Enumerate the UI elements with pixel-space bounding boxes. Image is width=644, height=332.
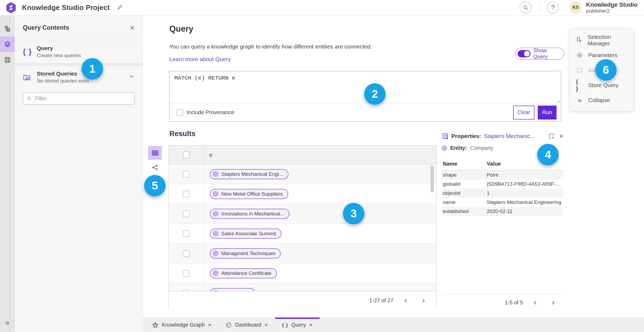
row-checkbox[interactable] [183,171,189,177]
rail-item-layers[interactable] [0,36,15,52]
entity-pill-label: Managment Techniques [221,251,275,256]
graph-icon [152,164,159,171]
user-name: Knowledge Studio [586,1,638,8]
entity-pill[interactable]: Attendance Certificate [210,268,277,278]
edit-title-icon[interactable] [117,4,123,11]
entity-label: Entity: [450,145,467,151]
help-button[interactable]: ? [547,2,559,13]
close-tab-icon[interactable]: × [208,322,211,328]
graph-view-button[interactable] [148,160,162,175]
filter-field [23,92,134,105]
gear-icon [576,52,583,59]
rail-item-hierarchy[interactable] [0,21,15,36]
table-view-button[interactable] [148,146,162,160]
entity-pill[interactable]: Sales Associate Summit [210,229,281,239]
tab-knowledge-graph[interactable]: Knowledge Graph × [145,318,218,332]
properties-header: Properties: Staplers Mechanic... × [442,133,563,140]
entity-pill[interactable]: Managment Techniques [210,248,281,259]
results-next-page-button[interactable] [418,295,429,306]
tab-label: Knowledge Graph [162,322,205,328]
add-selection-icon[interactable] [548,133,555,140]
menu-item-collapse[interactable]: » Collapse [570,93,633,108]
main-content: Query You can query a knowledge graph to… [143,16,644,318]
tab-label: Query [291,322,306,328]
properties-entity-link[interactable]: Staplers Mechanic... [484,133,535,139]
properties-page-label: 1-5 of 5 [505,300,523,306]
annotation-badge-2: 2 [364,83,386,105]
results-view-toggle [148,146,162,175]
knowledge-studio-app: Knowledge Studio Project ? KS Knowledge … [0,0,644,332]
expand-panel-icon[interactable]: » [0,313,15,332]
collapse-icon: » [578,97,581,104]
row-checkbox[interactable] [183,270,189,277]
chevron-right-icon [421,298,426,303]
rail-item-save[interactable] [0,52,15,68]
table-row[interactable]: Staplers Mechanical Engi... [169,164,436,184]
row-checkbox[interactable] [183,211,189,217]
select-all-checkbox[interactable] [183,152,189,158]
property-row: name Staplers Mechanical Engineering [442,198,563,207]
include-provenance-label: Include Provenance [187,109,234,115]
tab-dashboard[interactable]: Dashboard × [218,318,275,332]
row-checkbox[interactable] [183,290,189,292]
tab-query[interactable]: { } Query × [275,318,320,332]
table-row[interactable]: Sales Associate Summit [169,224,436,244]
include-provenance-checkbox[interactable] [177,109,183,116]
layers-icon [4,40,11,48]
search-button[interactable] [520,2,532,13]
clear-button[interactable]: Clear [513,106,535,120]
table-row[interactable]: Attendance Certificate [169,263,436,283]
project-title: Knowledge Studio Project [22,3,110,12]
menu-item-store-query[interactable]: { } Store Query [570,78,633,93]
property-name: established [442,208,487,214]
results-title: Results [169,130,196,138]
table-row[interactable]: Innovations in Mechanical... [169,204,436,224]
entity-dot-icon [213,171,218,177]
stored-queries-item[interactable]: Stored Queries No stored queries exist [15,66,142,89]
table-row[interactable]: New Metal Office Suppliers [169,184,436,204]
results-scrollbar-thumb[interactable] [430,166,434,192]
entity-pill-label: Staplers Mechanical Engi... [221,171,283,177]
table-row[interactable]: Managment Techniques [169,244,436,263]
dashboard-icon [225,322,232,328]
user-role: publisher2 [586,8,638,14]
chevron-right-icon [550,300,556,305]
run-button[interactable]: Run [538,106,557,120]
query-tool-item[interactable]: { } Query Create new queries [15,40,142,63]
annotation-badge-3: 3 [343,203,364,224]
avatar[interactable]: KS [569,1,582,14]
entity-pill[interactable]: Innovations in Mechanical... [210,209,290,219]
prop-col-value: Value [487,161,501,167]
stored-queries-sublabel: No stored queries exist [37,78,89,84]
close-tab-icon[interactable]: × [309,322,313,328]
stored-queries-folder-icon [23,73,31,81]
close-tab-icon[interactable]: × [265,322,268,328]
entity-pill-label: New Metal Office Suppliers [221,191,283,197]
entity-pill[interactable]: Staplers Mechanical Engi... [210,169,288,179]
entity-pill[interactable]: New Metal Office Suppliers [210,189,288,199]
entity-dot-icon [213,251,218,256]
row-checkbox[interactable] [183,191,189,197]
menu-item-selection-manager[interactable]: Selection Manager [570,33,633,48]
query-item-label: Query [37,45,81,51]
properties-next-page-button[interactable] [548,297,558,308]
row-checkbox[interactable] [183,250,189,257]
entity-pill[interactable]: Firebird Title [210,288,255,292]
table-row[interactable]: Firebird Title [169,283,436,291]
results-prev-page-button[interactable] [400,295,411,306]
close-panel-icon[interactable]: × [130,24,134,32]
learn-more-link[interactable]: Learn more about Query [169,56,231,62]
collapse-section-icon[interactable] [129,74,134,81]
braces-icon: { } [576,78,583,92]
close-properties-icon[interactable]: × [559,133,563,140]
show-query-toggle[interactable]: Show Query [515,48,564,59]
property-row: objectid 1 [442,189,563,198]
properties-pagination: 1-5 of 5 [442,294,563,311]
filter-input[interactable] [35,95,130,102]
resize-grip-icon[interactable] [556,99,560,104]
properties-prev-page-button[interactable] [530,297,541,308]
query-contents-title: Query Contents [23,24,69,31]
property-name: objectid [442,190,487,196]
entity-dot-icon [213,270,218,276]
row-checkbox[interactable] [183,230,189,237]
